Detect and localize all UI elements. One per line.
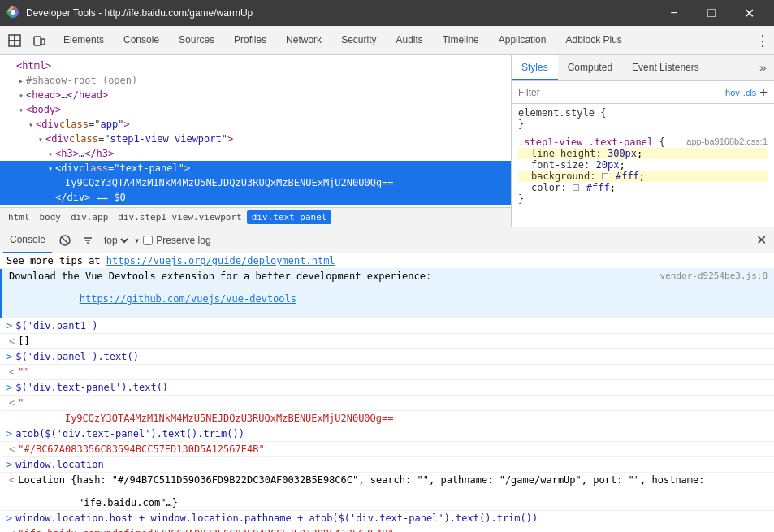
styles-panel: Styles Computed Event Listeners » :hov .… [512,55,774,227]
console-result-text-panel-2: Iy9CQzY3QTA4MzM1NkM4MzU5NEJDQzU3RUQxMzBE… [0,411,774,426]
devtools-tabs: Elements Console Sources Profiles Networ… [54,26,751,54]
console-input-panel-text: > $('div.panel').text() [0,349,774,365]
triangle-body[interactable] [16,106,26,115]
more-tabs-icon[interactable]: ⋮ [751,26,774,54]
console-input-wl: > window.location [0,457,774,473]
style-block-element: element.style { } [518,107,768,130]
triangle-div-step1[interactable] [36,135,45,144]
svg-rect-5 [15,41,20,46]
cls-button[interactable]: .cls [743,88,757,97]
console-toolbar: Console top ▾ Preserve log [0,227,774,253]
style-prop-background: background: #fff; [518,171,768,182]
inspect-icon[interactable] [3,29,26,52]
tree-text-content[interactable]: Iy9CQzY3QTA4MzM1NkM4MzU5NEJDQzU3RUQxMzBE… [0,175,511,190]
window-controls: − □ ✕ [655,0,768,26]
color-swatch-color[interactable] [573,184,579,191]
console-result-atob: < "#/BC67A083356C83594BCC57ED130D5A12567… [0,442,774,457]
tab-console[interactable]: Console [114,26,169,54]
styles-content: element.style { } .step1-view .text-pane… [512,104,774,227]
svg-rect-7 [41,39,45,45]
style-prop-line-height: line-height: 300px; [518,148,768,159]
tree-div-step1[interactable]: <div class="step1-view viewport"> [0,132,511,146]
color-swatch-bg[interactable] [602,173,608,179]
filter-input[interactable] [518,87,720,98]
svg-rect-6 [34,37,41,45]
breadcrumb-div-text-panel[interactable]: div.text-panel [247,210,332,224]
style-source-step1[interactable]: app-ba9168b2.css:1 [686,136,768,148]
console-result-pant1: < [] [0,334,774,349]
hov-button[interactable]: :hov [723,88,740,97]
triangle-head[interactable] [16,91,26,100]
maximize-button[interactable]: □ [693,0,730,26]
console-input-atob: > atob($('div.text-panel').text().trim()… [0,426,774,442]
style-close-element: } [518,119,768,130]
title-bar: Developer Tools - http://ife.baidu.com/g… [0,0,774,26]
tree-div-close[interactable]: </div> == $0 [0,190,511,205]
device-icon[interactable] [28,29,50,52]
tab-styles[interactable]: Styles [512,55,558,80]
console-input-text-panel: > $('div.text-panel').text() [0,380,774,396]
style-block-step1: .step1-view .text-panel { app-ba9168b2.c… [518,136,768,205]
triangle-div-app[interactable] [26,120,36,129]
preserve-log-checkbox[interactable] [143,236,153,245]
tab-sources[interactable]: Sources [169,26,224,54]
tree-h3[interactable]: <h3>…</h3> [0,146,511,161]
style-selector-element: element.style { [518,107,768,119]
tab-elements[interactable]: Elements [54,26,114,54]
html-tree: <html> #shadow-root (open) <head>…</head… [0,55,511,207]
triangle-h3[interactable] [45,149,55,158]
tab-timeline[interactable]: Timeline [433,26,489,54]
console-result-wl: < Location {hash: "#/94B7C511D59036FD9B2… [0,473,774,511]
tree-div-app[interactable]: <div class="app"> [0,117,511,132]
close-console-button[interactable]: ✕ [751,231,771,250]
console-level-select[interactable]: top [101,234,131,247]
tree-body[interactable]: <body> [0,102,511,117]
tab-security[interactable]: Security [331,26,386,54]
elements-panel: <html> #shadow-root (open) <head>…</head… [0,55,512,227]
filter-bar: :hov .cls + [512,81,774,104]
console-input-host-path-atob: > window.location.host + window.location… [0,511,774,526]
style-close-step1: } [518,193,768,205]
tab-computed[interactable]: Computed [558,55,622,80]
svg-line-9 [62,237,68,244]
tab-audits[interactable]: Audits [386,26,432,54]
minimize-button[interactable]: − [655,0,693,26]
tab-profiles[interactable]: Profiles [224,26,276,54]
style-prop-color: color: #fff; [518,182,768,193]
breadcrumb-html[interactable]: html [3,210,35,224]
filter-console-button[interactable] [78,231,97,250]
tab-network[interactable]: Network [276,26,331,54]
tree-head[interactable]: <head>…</head> [0,88,511,102]
console-result-host-path-atob: < "ife.baidu.comundefined#/BC67A083356C8… [0,526,774,532]
tab-event-listeners[interactable]: Event Listeners [622,55,709,80]
breadcrumb-div-step1[interactable]: div.step1-view.viewport [113,210,246,224]
more-styles-icon[interactable]: » [751,55,774,80]
main-area: <html> #shadow-root (open) <head>…</head… [0,55,774,227]
vue-devtools-link[interactable]: https://github.com/vuejs/vue-devtools [80,293,296,305]
svg-rect-4 [9,41,15,46]
console-line-tips: See more tips at https://vuejs.org/guide… [0,253,774,269]
vue-source[interactable]: vendor-d9254be3.js:8 [660,270,768,281]
tab-application[interactable]: Application [489,26,556,54]
breadcrumb-div-app[interactable]: div.app [66,210,113,224]
tab-adblock[interactable]: Adblock Plus [556,26,631,54]
clear-console-button[interactable] [55,231,75,250]
tree-html[interactable]: <html> [0,58,511,73]
styles-tabs: Styles Computed Event Listeners » [512,55,774,81]
close-button[interactable]: ✕ [730,0,768,26]
add-style-icon[interactable]: + [759,84,768,100]
tree-shadow-root[interactable]: #shadow-root (open) [0,73,511,88]
nav-left-icons [0,26,54,54]
breadcrumb-body[interactable]: body [35,210,67,224]
triangle-shadow[interactable] [16,76,26,85]
console-area: Console top ▾ Preserve log [0,227,774,532]
tips-link[interactable]: https://vuejs.org/guide/deployment.html [106,255,335,266]
triangle-text-panel[interactable] [45,164,55,173]
preserve-log-label: Preserve log [143,235,210,246]
console-result-text-panel-1: < " [0,396,774,411]
console-tab[interactable]: Console [3,227,52,253]
style-prop-font-size: font-size: 20px; [518,159,768,171]
tree-div-text-panel[interactable]: <div class="text-panel"> [0,161,511,175]
svg-rect-3 [15,35,20,41]
svg-rect-2 [9,35,15,41]
